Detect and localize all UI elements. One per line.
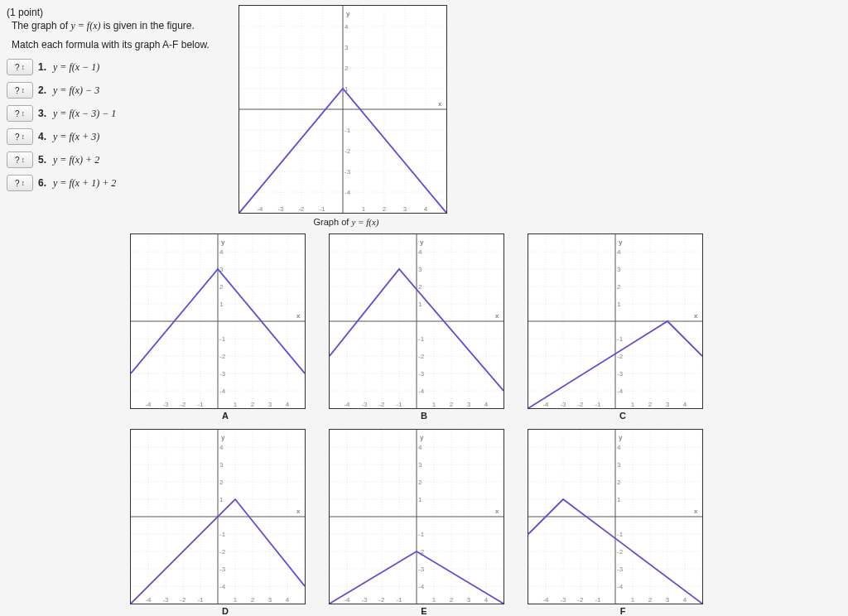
- svg-text:2: 2: [383, 205, 387, 213]
- svg-text:-2: -2: [378, 596, 385, 604]
- svg-text:-1: -1: [344, 127, 351, 134]
- svg-text:2: 2: [251, 401, 255, 408]
- svg-text:-1: -1: [418, 531, 425, 538]
- svg-text:-3: -3: [560, 596, 566, 604]
- svg-text:-4: -4: [542, 401, 549, 408]
- answer-selector[interactable]: ?: [7, 175, 33, 191]
- answer-selector[interactable]: ?: [7, 59, 33, 75]
- question-stem: The graph of y = f(x) is given in the fi…: [12, 20, 230, 32]
- question-number: 3.: [38, 108, 46, 119]
- question-number: 2.: [38, 84, 46, 96]
- svg-text:-3: -3: [361, 596, 368, 604]
- svg-text:3: 3: [418, 266, 422, 273]
- option-graph-A: yx-4-4-3-3-2-2-1-111223344A: [130, 233, 320, 421]
- svg-text:-4: -4: [145, 596, 152, 604]
- svg-text:3: 3: [219, 461, 224, 469]
- svg-text:1: 1: [631, 401, 635, 408]
- svg-text:4: 4: [418, 444, 422, 451]
- question-list: ?1.y = f(x − 1)?2.y = f(x) − 3?3.y = f(x…: [7, 59, 230, 191]
- svg-text:y: y: [420, 434, 424, 441]
- answer-selector[interactable]: ?: [7, 152, 33, 168]
- option-graph-label: A: [130, 411, 320, 421]
- svg-text:-1: -1: [617, 531, 624, 538]
- svg-text:4: 4: [286, 596, 290, 604]
- question-formula: y = f(x) − 3: [53, 84, 99, 97]
- question-row: ?6.y = f(x + 1) + 2: [7, 175, 230, 191]
- svg-text:-2: -2: [418, 353, 425, 360]
- svg-text:4: 4: [219, 444, 224, 451]
- svg-text:4: 4: [683, 596, 687, 604]
- svg-text:y: y: [346, 10, 350, 17]
- main-graph-container: yx-4-4-3-3-2-2-1-111223344 Graph of y = …: [238, 5, 454, 227]
- svg-text:-2: -2: [180, 401, 186, 408]
- svg-text:y: y: [221, 434, 225, 441]
- svg-text:y: y: [619, 434, 623, 441]
- svg-text:-2: -2: [577, 596, 584, 604]
- answer-selector[interactable]: ?: [7, 128, 33, 145]
- svg-text:1: 1: [631, 596, 635, 604]
- svg-text:2: 2: [418, 479, 422, 486]
- svg-text:-3: -3: [277, 205, 284, 213]
- svg-text:-2: -2: [219, 353, 226, 360]
- question-formula: y = f(x + 1) + 2: [53, 177, 116, 190]
- svg-text:-4: -4: [219, 387, 226, 395]
- svg-text:4: 4: [617, 444, 621, 451]
- svg-text:1: 1: [432, 401, 436, 408]
- svg-text:-3: -3: [418, 565, 425, 573]
- svg-text:3: 3: [403, 205, 407, 213]
- svg-text:4: 4: [219, 248, 224, 256]
- svg-text:4: 4: [484, 596, 489, 604]
- svg-text:-1: -1: [595, 401, 601, 408]
- svg-text:-2: -2: [180, 596, 186, 604]
- question-row: ?1.y = f(x − 1): [7, 59, 230, 75]
- svg-text:3: 3: [268, 596, 272, 604]
- svg-text:y: y: [619, 238, 623, 246]
- match-instruction: Match each formula with its graph A-F be…: [12, 39, 230, 51]
- svg-text:4: 4: [424, 205, 428, 213]
- svg-text:-4: -4: [617, 583, 624, 590]
- svg-text:x: x: [296, 312, 301, 320]
- question-number: 6.: [38, 177, 46, 189]
- caption-prefix: Graph of: [314, 217, 352, 227]
- main-graph: yx-4-4-3-3-2-2-1-111223344: [238, 5, 454, 214]
- question-formula: y = f(x − 3) − 1: [53, 108, 116, 120]
- svg-text:1: 1: [418, 301, 422, 308]
- svg-text:1: 1: [219, 496, 224, 503]
- svg-text:x: x: [495, 508, 499, 515]
- svg-text:2: 2: [251, 596, 255, 604]
- svg-text:-4: -4: [257, 205, 263, 213]
- svg-text:2: 2: [219, 283, 224, 291]
- svg-text:4: 4: [484, 401, 489, 408]
- svg-text:3: 3: [617, 266, 621, 273]
- svg-text:2: 2: [219, 479, 224, 486]
- svg-text:-2: -2: [617, 548, 624, 556]
- svg-text:x: x: [495, 312, 499, 320]
- svg-text:2: 2: [418, 283, 422, 291]
- svg-text:3: 3: [268, 401, 272, 408]
- svg-text:-3: -3: [219, 370, 226, 378]
- svg-text:1: 1: [432, 596, 436, 604]
- svg-text:1: 1: [418, 496, 422, 503]
- svg-text:-3: -3: [219, 565, 226, 573]
- svg-text:-1: -1: [219, 531, 226, 538]
- svg-text:3: 3: [344, 44, 349, 51]
- svg-text:-3: -3: [361, 401, 368, 408]
- svg-text:-1: -1: [219, 335, 226, 343]
- svg-text:2: 2: [450, 596, 454, 604]
- svg-text:y: y: [221, 238, 225, 246]
- option-graph-C: yx-4-4-3-3-2-2-1-111223344C: [528, 233, 718, 421]
- svg-text:4: 4: [418, 248, 422, 256]
- svg-text:-3: -3: [418, 370, 425, 378]
- svg-text:3: 3: [418, 461, 422, 469]
- question-row: ?3.y = f(x − 3) − 1: [7, 105, 230, 122]
- svg-text:2: 2: [617, 283, 621, 291]
- svg-text:x: x: [694, 312, 698, 320]
- svg-text:3: 3: [666, 596, 670, 604]
- answer-selector[interactable]: ?: [7, 105, 33, 122]
- answer-selector[interactable]: ?: [7, 82, 33, 99]
- question-row: ?4.y = f(x + 3): [7, 128, 230, 145]
- svg-text:-3: -3: [617, 565, 624, 573]
- question-row: ?2.y = f(x) − 3: [7, 82, 230, 99]
- stem-suffix: is given in the figure.: [104, 20, 195, 31]
- option-graph-label: B: [329, 411, 519, 421]
